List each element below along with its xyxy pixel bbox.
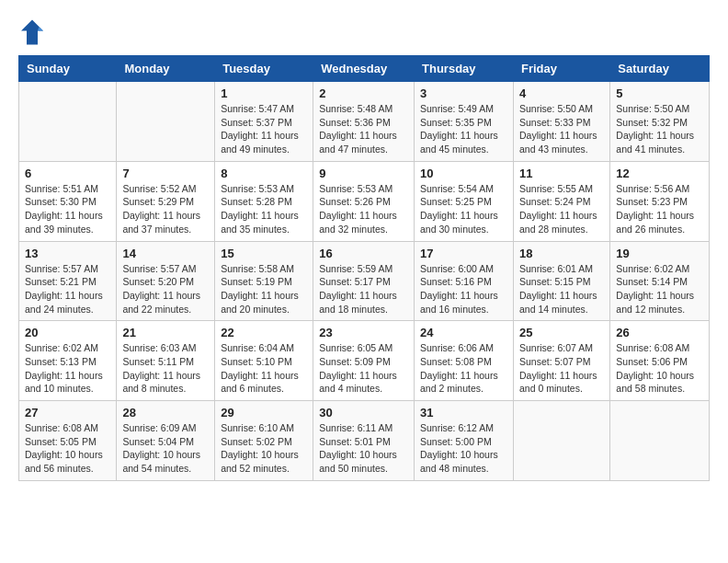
day-info: Sunrise: 6:00 AM Sunset: 5:16 PM Dayligh…	[420, 262, 507, 316]
calendar-cell: 21Sunrise: 6:03 AM Sunset: 5:11 PM Dayli…	[117, 321, 215, 401]
calendar-cell: 29Sunrise: 6:10 AM Sunset: 5:02 PM Dayli…	[215, 401, 313, 481]
calendar-cell: 5Sunrise: 5:50 AM Sunset: 5:32 PM Daylig…	[610, 82, 710, 162]
day-number: 7	[122, 167, 209, 180]
day-info: Sunrise: 6:02 AM Sunset: 5:13 PM Dayligh…	[25, 341, 110, 396]
day-info: Sunrise: 5:59 AM Sunset: 5:17 PM Dayligh…	[319, 262, 408, 316]
day-info: Sunrise: 5:53 AM Sunset: 5:28 PM Dayligh…	[221, 182, 307, 236]
svg-marker-0	[21, 20, 43, 45]
day-number: 10	[420, 167, 507, 180]
day-number: 27	[25, 406, 110, 419]
calendar-cell: 15Sunrise: 5:58 AM Sunset: 5:19 PM Dayli…	[215, 241, 313, 321]
week-row-2: 6Sunrise: 5:51 AM Sunset: 5:30 PM Daylig…	[19, 161, 710, 241]
calendar-cell	[610, 401, 710, 481]
calendar-cell: 30Sunrise: 6:11 AM Sunset: 5:01 PM Dayli…	[313, 401, 415, 481]
day-info: Sunrise: 5:55 AM Sunset: 5:24 PM Dayligh…	[519, 182, 604, 236]
day-info: Sunrise: 5:57 AM Sunset: 5:21 PM Dayligh…	[25, 262, 110, 316]
calendar-cell: 16Sunrise: 5:59 AM Sunset: 5:17 PM Dayli…	[313, 241, 415, 321]
weekday-header-tuesday: Tuesday	[215, 56, 313, 82]
day-number: 22	[221, 326, 307, 339]
day-info: Sunrise: 6:03 AM Sunset: 5:11 PM Dayligh…	[122, 341, 209, 396]
week-row-1: 1Sunrise: 5:47 AM Sunset: 5:37 PM Daylig…	[19, 82, 710, 162]
calendar-cell: 14Sunrise: 5:57 AM Sunset: 5:20 PM Dayli…	[117, 241, 215, 321]
day-number: 23	[319, 326, 408, 339]
calendar-cell: 1Sunrise: 5:47 AM Sunset: 5:37 PM Daylig…	[215, 82, 313, 162]
calendar-cell	[117, 82, 215, 162]
calendar-cell: 27Sunrise: 6:08 AM Sunset: 5:05 PM Dayli…	[19, 401, 117, 481]
day-number: 30	[319, 406, 408, 419]
day-info: Sunrise: 6:12 AM Sunset: 5:00 PM Dayligh…	[420, 421, 507, 476]
day-number: 15	[221, 247, 307, 260]
calendar-cell: 24Sunrise: 6:06 AM Sunset: 5:08 PM Dayli…	[415, 321, 514, 401]
weekday-header-thursday: Thursday	[415, 56, 514, 82]
day-number: 12	[616, 167, 703, 180]
day-info: Sunrise: 6:10 AM Sunset: 5:02 PM Dayligh…	[221, 421, 307, 476]
day-number: 2	[319, 86, 408, 100]
calendar-cell: 11Sunrise: 5:55 AM Sunset: 5:24 PM Dayli…	[513, 161, 609, 241]
calendar-cell: 10Sunrise: 5:54 AM Sunset: 5:25 PM Dayli…	[415, 161, 514, 241]
day-number: 13	[25, 247, 110, 260]
day-number: 16	[319, 247, 408, 260]
calendar-cell: 9Sunrise: 5:53 AM Sunset: 5:26 PM Daylig…	[313, 161, 415, 241]
calendar-cell	[513, 401, 609, 481]
day-info: Sunrise: 5:58 AM Sunset: 5:19 PM Dayligh…	[221, 262, 307, 316]
day-number: 25	[519, 326, 604, 339]
day-info: Sunrise: 5:56 AM Sunset: 5:23 PM Dayligh…	[616, 182, 703, 236]
day-number: 6	[25, 167, 110, 180]
calendar-body: 1Sunrise: 5:47 AM Sunset: 5:37 PM Daylig…	[19, 82, 710, 481]
day-number: 21	[122, 326, 209, 339]
day-number: 14	[122, 247, 209, 260]
calendar-cell: 31Sunrise: 6:12 AM Sunset: 5:00 PM Dayli…	[415, 401, 514, 481]
day-info: Sunrise: 6:11 AM Sunset: 5:01 PM Dayligh…	[319, 421, 408, 476]
week-row-5: 27Sunrise: 6:08 AM Sunset: 5:05 PM Dayli…	[19, 401, 710, 481]
day-number: 19	[616, 247, 703, 260]
weekday-header-wednesday: Wednesday	[313, 56, 415, 82]
day-number: 11	[519, 167, 604, 180]
calendar-cell: 28Sunrise: 6:09 AM Sunset: 5:04 PM Dayli…	[117, 401, 215, 481]
day-info: Sunrise: 6:09 AM Sunset: 5:04 PM Dayligh…	[122, 421, 209, 476]
calendar-cell: 26Sunrise: 6:08 AM Sunset: 5:06 PM Dayli…	[610, 321, 710, 401]
calendar-cell: 8Sunrise: 5:53 AM Sunset: 5:28 PM Daylig…	[215, 161, 313, 241]
day-info: Sunrise: 5:50 AM Sunset: 5:32 PM Dayligh…	[616, 102, 703, 156]
weekday-header-sunday: Sunday	[19, 56, 117, 82]
day-info: Sunrise: 5:54 AM Sunset: 5:25 PM Dayligh…	[420, 182, 507, 236]
calendar-cell: 19Sunrise: 6:02 AM Sunset: 5:14 PM Dayli…	[610, 241, 710, 321]
calendar-cell: 12Sunrise: 5:56 AM Sunset: 5:23 PM Dayli…	[610, 161, 710, 241]
day-number: 31	[420, 406, 507, 419]
day-info: Sunrise: 6:01 AM Sunset: 5:15 PM Dayligh…	[519, 262, 604, 316]
calendar-cell: 13Sunrise: 5:57 AM Sunset: 5:21 PM Dayli…	[19, 241, 117, 321]
week-row-3: 13Sunrise: 5:57 AM Sunset: 5:21 PM Dayli…	[19, 241, 710, 321]
day-info: Sunrise: 5:53 AM Sunset: 5:26 PM Dayligh…	[319, 182, 408, 236]
day-info: Sunrise: 6:06 AM Sunset: 5:08 PM Dayligh…	[420, 341, 507, 396]
day-info: Sunrise: 5:48 AM Sunset: 5:36 PM Dayligh…	[319, 102, 408, 156]
day-number: 20	[25, 326, 110, 339]
calendar-cell: 20Sunrise: 6:02 AM Sunset: 5:13 PM Dayli…	[19, 321, 117, 401]
calendar-cell: 7Sunrise: 5:52 AM Sunset: 5:29 PM Daylig…	[117, 161, 215, 241]
day-info: Sunrise: 6:02 AM Sunset: 5:14 PM Dayligh…	[616, 262, 703, 316]
calendar-table: SundayMondayTuesdayWednesdayThursdayFrid…	[18, 55, 710, 481]
day-info: Sunrise: 6:08 AM Sunset: 5:05 PM Dayligh…	[25, 421, 110, 476]
calendar-cell	[19, 82, 117, 162]
day-info: Sunrise: 6:07 AM Sunset: 5:07 PM Dayligh…	[519, 341, 604, 396]
calendar-cell: 17Sunrise: 6:00 AM Sunset: 5:16 PM Dayli…	[415, 241, 514, 321]
day-number: 3	[420, 86, 507, 100]
day-info: Sunrise: 5:47 AM Sunset: 5:37 PM Dayligh…	[221, 102, 307, 156]
calendar-cell: 2Sunrise: 5:48 AM Sunset: 5:36 PM Daylig…	[313, 82, 415, 162]
logo	[18, 18, 50, 46]
day-info: Sunrise: 5:52 AM Sunset: 5:29 PM Dayligh…	[122, 182, 209, 236]
day-info: Sunrise: 6:04 AM Sunset: 5:10 PM Dayligh…	[221, 341, 307, 396]
day-number: 18	[519, 247, 604, 260]
calendar-header: SundayMondayTuesdayWednesdayThursdayFrid…	[19, 56, 710, 82]
calendar-cell: 23Sunrise: 6:05 AM Sunset: 5:09 PM Dayli…	[313, 321, 415, 401]
day-info: Sunrise: 6:08 AM Sunset: 5:06 PM Dayligh…	[616, 341, 703, 396]
day-info: Sunrise: 5:57 AM Sunset: 5:20 PM Dayligh…	[122, 262, 209, 316]
logo-icon	[18, 18, 46, 46]
day-info: Sunrise: 6:05 AM Sunset: 5:09 PM Dayligh…	[319, 341, 408, 396]
day-number: 5	[616, 86, 703, 100]
weekday-header-saturday: Saturday	[610, 56, 710, 82]
day-number: 8	[221, 167, 307, 180]
day-number: 24	[420, 326, 507, 339]
day-number: 26	[616, 326, 703, 339]
calendar-cell: 4Sunrise: 5:50 AM Sunset: 5:33 PM Daylig…	[513, 82, 609, 162]
day-number: 1	[221, 86, 307, 100]
day-number: 28	[122, 406, 209, 419]
